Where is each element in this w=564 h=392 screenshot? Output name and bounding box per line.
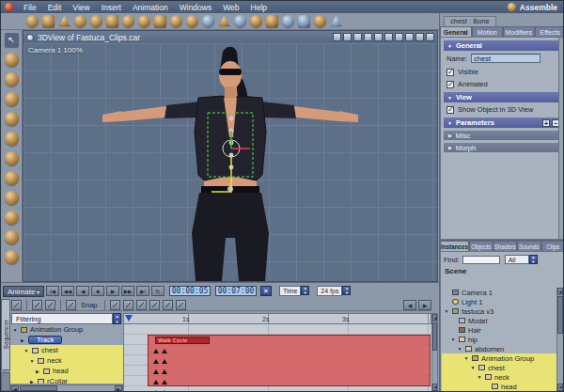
scroll-left-icon[interactable]: ◀ — [11, 385, 19, 391]
maximize-icon[interactable] — [426, 33, 434, 41]
insert-cylinder-icon[interactable] — [74, 15, 86, 27]
section-general[interactable]: General — [444, 40, 561, 51]
menu-web[interactable]: Web — [217, 3, 244, 12]
scroll-right-icon[interactable]: ▶ — [115, 385, 122, 391]
keyframe-icon[interactable] — [162, 369, 167, 374]
expand-toggle-icon[interactable] — [35, 368, 40, 374]
keyframe-icon[interactable] — [162, 349, 167, 353]
tree-item-head[interactable]: head — [442, 382, 556, 391]
tree-item-hair[interactable]: Hair — [442, 325, 556, 335]
tree-item-abdomen[interactable]: abdomen — [442, 344, 556, 353]
expand-toggle-icon[interactable] — [29, 379, 35, 384]
assemble-room-icon[interactable] — [5, 171, 19, 185]
tab-sounds[interactable]: Sounds — [517, 241, 540, 251]
timeline-ruler[interactable]: 1s 2s 3s — [123, 313, 431, 324]
tab-modifiers[interactable]: Modifiers — [503, 26, 535, 37]
insert-cone-icon[interactable] — [58, 15, 70, 27]
expand-toggle-icon[interactable] — [12, 327, 18, 333]
insert-terrain-icon[interactable] — [266, 15, 278, 27]
snap-icon[interactable] — [66, 300, 76, 310]
insert-spline-object-icon[interactable] — [138, 15, 150, 27]
insert-vertex-object-icon[interactable] — [122, 15, 134, 27]
bezier-tangent-icon[interactable] — [123, 300, 133, 310]
section-parameters[interactable]: Parameters + − — [444, 118, 561, 128]
insert-fountain-icon[interactable] — [202, 15, 214, 27]
tree-item-chest[interactable]: chest — [442, 363, 556, 372]
step-back-button[interactable]: ◀ — [76, 286, 89, 296]
insert-fire-icon[interactable] — [218, 15, 230, 27]
visible-checkbox[interactable] — [446, 69, 454, 76]
sequencer-tab[interactable]: Sequencer — [1, 299, 10, 370]
tree-item-camera-1[interactable]: Camera 1 — [442, 288, 556, 297]
keyframe-icon[interactable] — [153, 359, 159, 364]
insert-cube-icon[interactable] — [42, 15, 55, 27]
insert-camera-icon[interactable] — [298, 15, 310, 27]
browser-scrollbar[interactable]: ▲ ▼ — [556, 288, 563, 391]
menu-help[interactable]: Help — [245, 3, 273, 12]
tab-motion[interactable]: Motion — [472, 26, 504, 37]
rotate-tool-icon[interactable] — [5, 72, 19, 86]
tree-item-fastuca-v3[interactable]: fastuca v3 — [442, 306, 556, 316]
expand-toggle-icon[interactable] — [29, 358, 35, 364]
menu-view[interactable]: View — [67, 3, 95, 12]
subsection-misc[interactable]: Misc — [444, 131, 561, 140]
add-key-icon[interactable] — [163, 300, 173, 310]
app-icon[interactable] — [5, 3, 13, 11]
model-room-icon[interactable] — [5, 191, 19, 205]
animated-checkbox[interactable] — [446, 81, 454, 88]
timeline-track-area[interactable]: Walk Cycle — [123, 324, 431, 392]
insert-target-helper-icon[interactable] — [330, 15, 342, 27]
track-item-track[interactable]: Track — [10, 335, 123, 345]
sequencer-hscrollbar[interactable]: ◀ ▶ — [10, 384, 123, 392]
tab-instances[interactable]: Instances — [440, 241, 469, 251]
stop-button[interactable]: ■ — [91, 286, 104, 296]
expand-toggle-icon[interactable] — [20, 337, 25, 343]
subsection-morph[interactable]: Morph — [444, 143, 561, 152]
expand-toggle-icon[interactable] — [470, 365, 476, 370]
loop-button[interactable]: ↻ — [151, 286, 164, 296]
tab-objects[interactable]: Objects — [469, 241, 493, 251]
discrete-tangent-icon[interactable] — [136, 300, 147, 310]
fast-forward-button[interactable]: ▶▶ — [121, 286, 134, 296]
insert-particle-emitter-icon[interactable] — [186, 15, 198, 27]
show-object-checkbox[interactable] — [446, 106, 454, 114]
tab-effects[interactable]: Effects — [535, 26, 564, 37]
grid-toggle-icon[interactable] — [395, 33, 403, 41]
zoom-tool-icon[interactable] — [5, 151, 19, 165]
viewport-titlebar[interactable]: 3DView of Fastuca_Clips.car — [24, 31, 437, 43]
add-parameter-button[interactable]: + — [542, 119, 550, 127]
pointer-tool-icon[interactable] — [32, 300, 42, 310]
tree-item-animation-group[interactable]: Animation Group — [442, 353, 556, 363]
insert-sphere-icon[interactable] — [26, 15, 39, 27]
wrench-icon[interactable] — [11, 300, 22, 310]
tab-general[interactable]: General — [440, 26, 472, 37]
tree-item-hip[interactable]: hip — [442, 335, 556, 344]
insert-group-icon[interactable] — [314, 15, 326, 27]
camera-menu-icon[interactable] — [333, 33, 341, 41]
keyframe-icon[interactable] — [162, 359, 167, 364]
sequencer-tab-spare[interactable] — [1, 372, 10, 391]
track-item-chest[interactable]: chest — [10, 345, 123, 355]
scroll-down-icon[interactable]: ▼ — [432, 384, 437, 391]
camera-rotate-tool-icon[interactable] — [5, 132, 19, 146]
properties-scrollbar[interactable] — [558, 38, 564, 239]
end-time-field[interactable]: 00:07:00 — [215, 286, 257, 296]
name-field[interactable] — [471, 54, 540, 63]
tab-shaders[interactable]: Shaders — [494, 241, 517, 251]
scroll-up-icon[interactable]: ▲ — [557, 288, 563, 295]
fps-spinner-icon[interactable]: ▲▼ — [342, 286, 351, 295]
animate-button[interactable]: Animate — [3, 286, 44, 297]
backdrop-toggle-icon[interactable] — [405, 33, 414, 41]
menu-windows[interactable]: Windows — [174, 3, 217, 12]
menu-file[interactable]: File — [18, 3, 42, 12]
menu-edit[interactable]: Edit — [42, 3, 68, 12]
tree-item-neck[interactable]: neck — [442, 372, 556, 382]
track-item-rcollar[interactable]: rCollar — [10, 376, 123, 384]
wireframe-mode-icon[interactable] — [343, 33, 352, 41]
rewind-button[interactable]: ◀◀ — [61, 286, 74, 296]
insert-cloud-icon[interactable] — [234, 15, 246, 27]
expand-toggle-icon[interactable] — [457, 346, 462, 352]
insert-volume-icon[interactable] — [250, 15, 262, 27]
keyframe-icon[interactable] — [153, 380, 159, 384]
go-end-button[interactable]: ▶I — [136, 286, 149, 296]
